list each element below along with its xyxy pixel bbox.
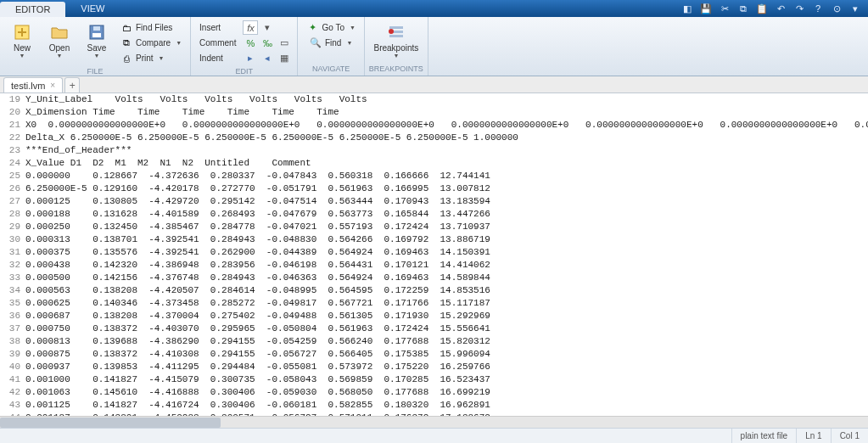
group-label-file: FILE — [0, 67, 190, 76]
ribbon: New ▼ Open ▼ Save ▼ 🗀 Find Files ⧉ — [0, 17, 868, 76]
open-folder-icon — [50, 23, 69, 42]
breakpoints-button[interactable]: Breakpoints ▼ — [370, 19, 423, 63]
svg-rect-4 — [92, 33, 101, 37]
group-label-breakpoints: BREAKPOINTS — [365, 64, 428, 76]
insert-dropdown-icon[interactable]: ▾ — [260, 20, 275, 35]
svg-rect-8 — [389, 35, 403, 37]
ribbon-group-edit: Insert Comment Indent fx ▾ % ‰ ▭ ▸ ◂ ▦ — [191, 17, 298, 76]
comment-icon[interactable]: % — [243, 36, 258, 50]
find-icon: 🔍 — [310, 37, 322, 49]
qa-icon-1[interactable]: ◧ — [680, 2, 695, 15]
horizontal-scrollbar[interactable] — [0, 416, 868, 428]
open-button[interactable]: Open ▼ — [42, 19, 76, 63]
chevron-down-icon: ▼ — [94, 53, 100, 59]
app-tab-strip: EDITOR VIEW ◧ 💾 ✂ ⧉ 📋 ↶ ↷ ? ⊙ ▾ — [0, 0, 868, 17]
chevron-down-icon: ▼ — [346, 40, 352, 46]
chevron-down-icon: ▼ — [159, 55, 165, 61]
status-bar: plain text file Ln 1 Col 1 — [0, 428, 868, 443]
save-icon — [87, 23, 106, 42]
group-label-navigate: NAVIGATE — [298, 64, 363, 76]
comment-button[interactable]: Comment — [196, 36, 239, 50]
chevron-down-icon: ▼ — [393, 53, 399, 59]
file-tab-bar: testi.lvm × + — [0, 76, 868, 93]
smart-indent-icon[interactable]: ▦ — [277, 51, 292, 65]
svg-point-9 — [389, 29, 394, 34]
indent-left-icon[interactable]: ◂ — [260, 51, 275, 65]
save-icon[interactable]: 💾 — [698, 2, 714, 15]
svg-rect-5 — [93, 26, 100, 31]
redo-icon[interactable]: ↷ — [792, 2, 807, 15]
help-icon[interactable]: ? — [810, 2, 826, 15]
chevron-down-icon: ▼ — [20, 53, 25, 59]
find-files-button[interactable]: 🗀 Find Files — [117, 20, 185, 35]
uncomment-icon[interactable]: ‰ — [260, 36, 275, 50]
breakpoints-icon — [387, 23, 406, 42]
print-icon: ⎙ — [120, 53, 132, 64]
chevron-down-icon: ▼ — [350, 25, 356, 31]
save-button[interactable]: Save ▼ — [80, 19, 114, 63]
insert-button[interactable]: Insert — [196, 20, 239, 35]
line-gutter: 19 20 21 22 23 24 25 26 27 28 29 30 31 3… — [0, 93, 25, 416]
compare-button[interactable]: ⧉ Compare ▼ — [117, 36, 185, 50]
wrap-comment-icon[interactable]: ▭ — [277, 36, 292, 50]
tab-view[interactable]: VIEW — [65, 0, 120, 17]
fx-icon[interactable]: fx — [243, 20, 258, 35]
paste-icon[interactable]: 📋 — [754, 2, 770, 15]
editor-area: 19 20 21 22 23 24 25 26 27 28 29 30 31 3… — [0, 93, 868, 416]
status-line: Ln 1 — [796, 429, 830, 443]
print-button[interactable]: ⎙ Print ▼ — [117, 51, 185, 65]
ribbon-group-breakpoints: Breakpoints ▼ BREAKPOINTS — [365, 17, 428, 76]
scrollbar-thumb[interactable] — [0, 418, 221, 428]
chevron-down-icon: ▼ — [57, 53, 63, 59]
quick-access-toolbar: ◧ 💾 ✂ ⧉ 📋 ↶ ↷ ? ⊙ ▾ — [680, 2, 868, 15]
goto-button[interactable]: ✦ Go To ▼ — [303, 20, 358, 35]
compare-icon: ⧉ — [120, 37, 132, 49]
status-filetype: plain text file — [731, 429, 797, 443]
find-files-icon: 🗀 — [120, 22, 132, 34]
status-col: Col 1 — [831, 429, 868, 443]
new-file-icon — [13, 23, 31, 42]
goto-icon: ✦ — [306, 22, 318, 34]
chevron-down-icon: ▼ — [176, 40, 182, 46]
cut-icon[interactable]: ✂ — [717, 2, 732, 15]
file-tab-label: testi.lvm — [11, 81, 45, 91]
add-tab-button[interactable]: + — [64, 77, 80, 93]
tab-editor[interactable]: EDITOR — [0, 2, 65, 17]
group-label-edit: EDIT — [191, 67, 297, 76]
new-button[interactable]: New ▼ — [5, 19, 39, 63]
ribbon-group-file: New ▼ Open ▼ Save ▼ 🗀 Find Files ⧉ — [0, 17, 191, 76]
dropdown-icon[interactable]: ⊙ — [829, 2, 844, 15]
close-icon[interactable]: × — [50, 81, 55, 90]
minimize-ribbon-icon[interactable]: ▾ — [848, 2, 863, 15]
undo-icon[interactable]: ↶ — [773, 2, 788, 15]
svg-rect-6 — [389, 26, 403, 29]
indent-right-icon[interactable]: ▸ — [243, 51, 258, 65]
file-tab[interactable]: testi.lvm × — [3, 77, 63, 93]
ribbon-group-navigate: ✦ Go To ▼ 🔍 Find ▼ NAVIGATE — [298, 17, 364, 76]
indent-button[interactable]: Indent — [196, 51, 239, 65]
code-content[interactable]: Y_Unit_Label Volts Volts Volts Volts Vol… — [25, 93, 868, 416]
copy-icon[interactable]: ⧉ — [736, 2, 751, 15]
find-button[interactable]: 🔍 Find ▼ — [306, 36, 356, 50]
